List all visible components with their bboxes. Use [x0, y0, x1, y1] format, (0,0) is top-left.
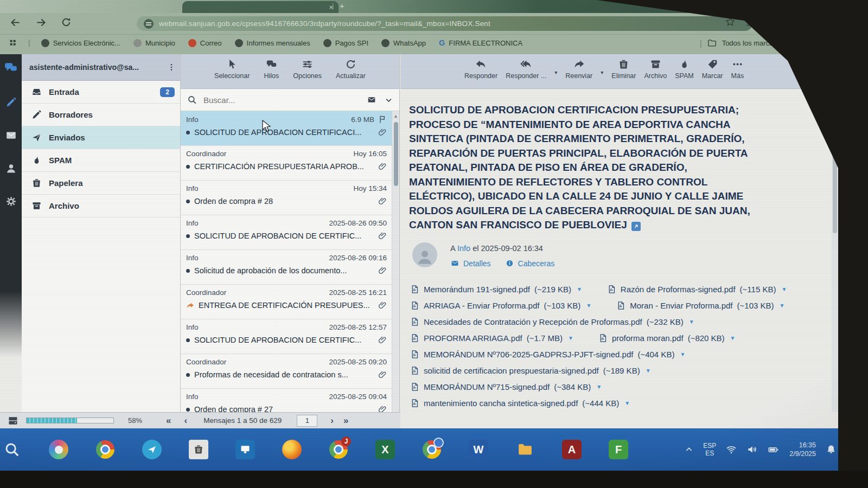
language-indicator[interactable]: ESP ES — [703, 442, 716, 457]
attachment-item[interactable]: Memorándum 191-signed.pdf(~219 KB)▼ — [410, 284, 582, 294]
attachment-item[interactable]: Moran - Enviar Proforma.pdf(~103 KB)▼ — [616, 300, 784, 311]
browser-tab[interactable]: × — [182, 1, 339, 13]
bookmark-firma-electronica[interactable]: GFIRMA ELECTRONICA — [439, 38, 522, 47]
attachment-dropdown-caret-icon[interactable]: ▼ — [646, 368, 651, 374]
attachment-item[interactable]: solicitid de certificacion prespuestaria… — [410, 365, 651, 376]
message-row[interactable]: Info2025-08-26 09:50SOLICITUD DE APROBAC… — [181, 215, 392, 250]
message-row[interactable]: Info2025-08-25 09:04Orden de compra # 27 — [181, 389, 392, 412]
sidebar-item-papelera[interactable]: Papelera — [22, 172, 180, 195]
site-badge-icon[interactable] — [144, 19, 154, 29]
acrobat-taskbar-icon[interactable]: A — [562, 440, 582, 459]
archivo-button[interactable]: Archivo — [644, 59, 667, 88]
attachment-dropdown-caret-icon[interactable]: ▼ — [586, 303, 591, 309]
responder--button[interactable]: Responder ... — [506, 59, 546, 88]
excel-taskbar-icon[interactable]: X — [375, 440, 395, 459]
attachment-dropdown-caret-icon[interactable]: ▼ — [781, 286, 787, 292]
contacts-icon[interactable] — [5, 163, 17, 174]
bookmark-pagos-spi[interactable]: Pagos SPI — [323, 39, 368, 47]
flag-icon[interactable] — [378, 115, 387, 124]
word-taskbar-icon[interactable]: W — [469, 440, 488, 459]
scroll-up-icon[interactable]: ▲ — [392, 111, 399, 119]
seleccionar-button[interactable]: Seleccionar — [214, 59, 250, 88]
account-menu-kebab-icon[interactable] — [167, 63, 176, 72]
volume-icon[interactable] — [746, 444, 757, 455]
spam-button[interactable]: SPAM — [675, 59, 694, 88]
actualizar-button[interactable]: Actualizar — [336, 59, 366, 88]
search-options-chevron-down-icon[interactable] — [385, 96, 393, 104]
attachment-dropdown-caret-icon[interactable]: ▼ — [577, 286, 582, 292]
external-link-icon[interactable] — [631, 222, 641, 231]
reload-icon[interactable] — [61, 17, 72, 28]
message-row[interactable]: Coordinador2025-08-25 09:20Proformas de … — [181, 354, 392, 389]
message-row[interactable]: InfoHoy 15:34Orden de compra # 28 — [181, 181, 392, 215]
search-taskbar-icon[interactable] — [2, 440, 22, 459]
eliminar-button[interactable]: Eliminar — [611, 59, 636, 88]
search-scope-envelope-icon[interactable] — [366, 95, 377, 104]
apps-grid-icon[interactable] — [9, 38, 17, 47]
attachment-dropdown-caret-icon[interactable]: ▼ — [730, 335, 736, 341]
attachment-item[interactable]: PROFORMA ARRIAGA.pdf(~1.7 MB)▼ — [410, 333, 573, 343]
firefox-taskbar-icon[interactable] — [282, 440, 302, 459]
tray-chevron-up-icon[interactable] — [685, 445, 693, 454]
list-scrollbar[interactable]: ▲ — [392, 111, 399, 412]
marcar-button[interactable]: Marcar — [702, 59, 723, 88]
url-bar[interactable]: webmail.sanjuan.gob.ec/cpsess9416766630/… — [137, 16, 752, 31]
file-explorer-taskbar-icon[interactable] — [515, 440, 535, 459]
last-page-button[interactable]: » — [343, 415, 348, 426]
attachment-dropdown-caret-icon[interactable]: ▼ — [780, 303, 785, 309]
sidebar-item-borradores[interactable]: Borradores — [22, 104, 180, 126]
attachment-dropdown-caret-icon[interactable]: ▼ — [689, 319, 694, 325]
attachment-item[interactable]: Razón de Proformas-signed.pdf(~115 KB)▼ — [607, 284, 787, 294]
prev-page-button[interactable]: ‹ — [184, 415, 188, 426]
chrome-profile-j-taskbar-icon[interactable]: J — [329, 440, 348, 459]
page-number-input[interactable]: 1 — [297, 415, 317, 427]
bookmark-servicios-electr-nic-[interactable]: Servicios Electrónic... — [41, 39, 120, 47]
bookmark-municipio[interactable]: Municipio — [133, 39, 175, 47]
view-scrollbar[interactable] — [832, 130, 838, 412]
chrome-profile-2-taskbar-icon[interactable] — [422, 440, 442, 459]
sidebar-item-enviados[interactable]: Enviados — [22, 126, 180, 149]
attachment-item[interactable]: Necesidades de Contratación y Recepción … — [410, 317, 694, 327]
message-row[interactable]: Info2025-08-26 09:16Solicitud de aprobac… — [181, 250, 392, 285]
m-s-button[interactable]: Más — [731, 59, 744, 88]
search-input[interactable] — [202, 95, 361, 105]
responder-button[interactable]: Responder — [464, 59, 497, 88]
mail-icon[interactable] — [5, 130, 17, 141]
clock[interactable]: 16:35 2/9/2025 — [789, 441, 816, 458]
account-header[interactable]: asistente-administrativo@sa... — [22, 54, 180, 81]
attachment-item[interactable]: mantenimiento cancha sintetica-signed.pd… — [410, 398, 630, 408]
settings-icon[interactable] — [5, 196, 17, 207]
first-page-button[interactable]: « — [166, 415, 171, 426]
hilos-button[interactable]: Hilos — [264, 59, 279, 88]
bookmark-correo[interactable]: Correo — [188, 39, 222, 47]
compose-icon[interactable] — [5, 97, 17, 108]
chrome-taskbar-icon[interactable] — [95, 440, 115, 459]
fsc-app-taskbar-icon[interactable]: F — [609, 440, 628, 459]
dropdown-caret-icon[interactable]: ▾ — [601, 69, 603, 88]
recycle-bin-taskbar-icon[interactable] — [189, 440, 208, 459]
sidebar-item-spam[interactable]: SPAM — [22, 149, 180, 172]
bookmark-informes-mensuales[interactable]: Informes mensuales — [235, 39, 310, 47]
attachment-dropdown-caret-icon[interactable]: ▼ — [568, 335, 573, 341]
sidebar-item-archivo[interactable]: Archivo — [22, 195, 180, 217]
new-tab-button[interactable]: + — [340, 1, 344, 10]
cabeceras-button[interactable]: Cabeceras — [505, 259, 555, 268]
notifications-bell-icon[interactable] — [826, 444, 837, 455]
attachment-item[interactable]: ARRIAGA - Enviar Proforma.pdf(~103 KB)▼ — [410, 300, 591, 311]
battery-icon[interactable] — [767, 444, 780, 455]
attachment-item[interactable]: MEMORÁNDUM Nº715-signed.pdf(~384 KB)▼ — [410, 382, 602, 392]
recipient-link[interactable]: Info — [457, 244, 470, 253]
scrollbar-thumb[interactable] — [394, 122, 398, 186]
remote-desktop-taskbar-icon[interactable] — [235, 440, 255, 459]
dropdown-caret-icon[interactable]: ▾ — [554, 69, 557, 88]
forward-icon[interactable] — [35, 17, 47, 28]
sidebar-item-entrada[interactable]: Entrada2 — [22, 81, 180, 104]
bookmark-whatsapp[interactable]: WhatsApp — [381, 39, 426, 47]
message-row[interactable]: Coordinador2025-08-25 16:21ENTREGA DE CE… — [181, 285, 392, 319]
opciones-button[interactable]: Opciones — [293, 59, 322, 88]
reenviar-button[interactable]: Reenviar — [565, 59, 592, 88]
copilot-taskbar-icon[interactable] — [49, 440, 68, 459]
attachment-dropdown-caret-icon[interactable]: ▼ — [624, 400, 630, 406]
message-row[interactable]: CoordinadorHoy 16:05CERTIFICACIÓN PRESUP… — [181, 146, 392, 181]
message-row[interactable]: Info6.9 MBSOLICITUD DE APROBACION CERTIF… — [181, 111, 392, 146]
